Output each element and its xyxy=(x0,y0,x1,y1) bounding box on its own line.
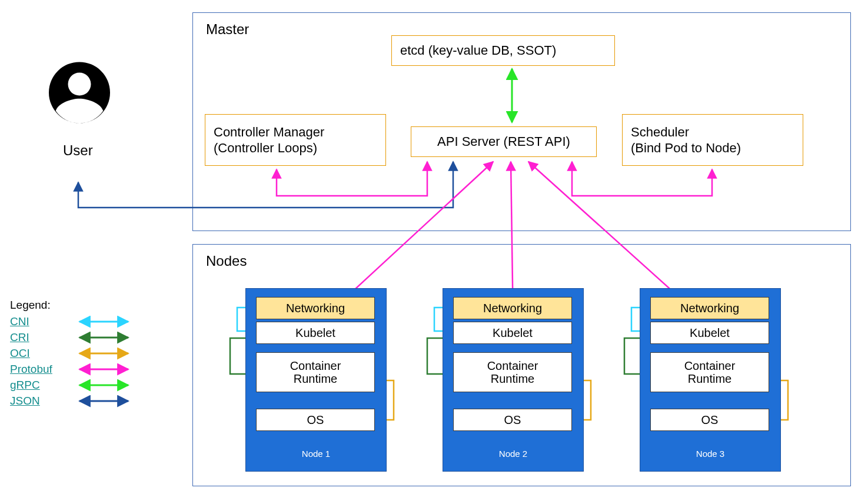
controller-l2: (Controller Loops) xyxy=(214,140,317,156)
node-1: Networking Kubelet ContainerRuntime OS N… xyxy=(245,288,387,472)
etcd-box: etcd (key-value DB, SSOT) xyxy=(391,35,615,66)
scheduler-l1: Scheduler xyxy=(631,124,689,141)
user-icon xyxy=(41,56,118,132)
api-label: API Server (REST API) xyxy=(437,134,570,149)
master-title: Master xyxy=(206,21,249,38)
scheduler-box: Scheduler (Bind Pod to Node) xyxy=(622,114,803,166)
node2-caption: Node 2 xyxy=(443,449,583,459)
legend-title: Legend: xyxy=(10,299,51,312)
legend-cri[interactable]: CRI xyxy=(10,331,29,343)
legend-oci[interactable]: OCI xyxy=(10,347,30,359)
legend-json[interactable]: JSON xyxy=(10,395,40,407)
legend-grpc[interactable]: gRPC xyxy=(10,379,40,391)
node3-caption: Node 3 xyxy=(640,449,780,459)
node-3: Networking Kubelet ContainerRuntime OS N… xyxy=(640,288,781,472)
node2-kubelet: Kubelet xyxy=(453,322,572,344)
node3-os: OS xyxy=(650,409,769,431)
node2-networking: Networking xyxy=(453,297,572,319)
etcd-label: etcd (key-value DB, SSOT) xyxy=(400,43,556,58)
node3-kubelet: Kubelet xyxy=(650,322,769,344)
node1-runtime: ContainerRuntime xyxy=(256,352,375,392)
controller-l1: Controller Manager xyxy=(214,124,324,141)
legend-cni[interactable]: CNI xyxy=(10,315,29,328)
api-box: API Server (REST API) xyxy=(411,126,597,157)
nodes-title: Nodes xyxy=(206,253,247,269)
legend-protobuf[interactable]: Protobuf xyxy=(10,363,52,375)
node2-runtime: ContainerRuntime xyxy=(453,352,572,392)
user-label: User xyxy=(63,142,93,159)
node1-networking: Networking xyxy=(256,297,375,319)
node1-caption: Node 1 xyxy=(246,449,386,459)
node3-networking: Networking xyxy=(650,297,769,319)
node1-os: OS xyxy=(256,409,375,431)
node2-os: OS xyxy=(453,409,572,431)
scheduler-l2: (Bind Pod to Node) xyxy=(631,140,741,156)
controller-box: Controller Manager (Controller Loops) xyxy=(205,114,386,166)
node-2: Networking Kubelet ContainerRuntime OS N… xyxy=(443,288,584,472)
node3-runtime: ContainerRuntime xyxy=(650,352,769,392)
node1-kubelet: Kubelet xyxy=(256,322,375,344)
diagram-canvas: User Master etcd (key-value DB, SSOT) Co… xyxy=(0,0,868,501)
